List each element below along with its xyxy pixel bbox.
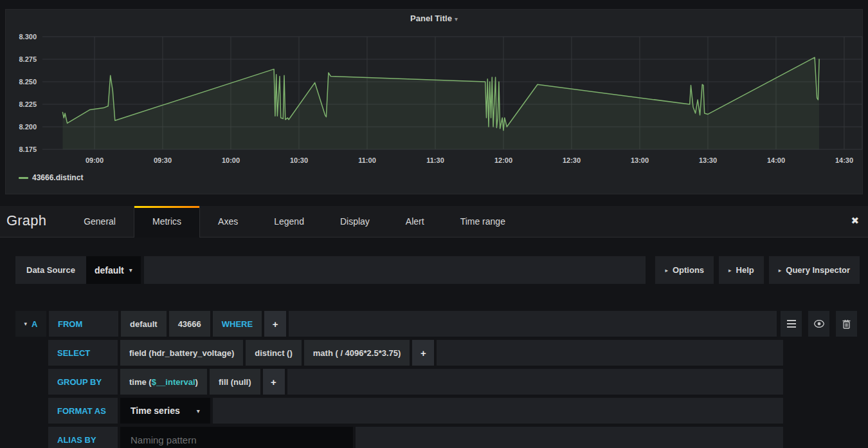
options-button[interactable]: ▸ Options [655,256,714,284]
caret-down-icon: ▾ [197,407,200,415]
svg-text:14:30: 14:30 [835,156,853,164]
caret-right-icon: ▸ [779,267,782,274]
tab-general[interactable]: General [66,206,134,237]
query-row-format-as: FORMAT AS Time series ▾ [48,398,783,424]
svg-text:11:30: 11:30 [426,156,444,164]
tab-display[interactable]: Display [322,206,388,237]
query-row-from: ▾ A FROM default 43666 WHERE + [15,311,860,337]
options-button-label: Options [673,265,704,275]
from-measurement-segment[interactable]: 43666 [169,311,210,337]
svg-text:12:00: 12:00 [494,156,512,164]
add-select-part-button[interactable]: + [412,340,434,366]
query-menu-button[interactable] [781,311,802,337]
group-by-row-filler [287,369,784,395]
select-distinct-segment[interactable]: distinct () [246,340,302,366]
from-label: FROM [49,311,118,337]
select-math-segment[interactable]: math ( / 4096*2.5*3.75) [304,340,410,366]
panel-title[interactable]: Panel Title▾ [6,14,862,23]
query-inspector-button-label: Query Inspector [786,265,850,275]
datasource-value: default [95,265,124,275]
caret-right-icon: ▸ [665,267,668,274]
svg-text:8.175: 8.175 [19,145,37,153]
tab-time-range[interactable]: Time range [442,206,523,237]
menu-icon [787,320,796,328]
tab-metrics[interactable]: Metrics [134,206,200,238]
query-ref-toggle[interactable]: ▾ A [15,311,46,337]
query-row-alias-by: ALIAS BY [48,427,783,448]
query-inspector-button[interactable]: ▸ Query Inspector [769,256,860,284]
datasource-row: Data Source default ▾ ▸ Options ▸ Help ▸… [15,256,860,284]
group-by-fill-segment[interactable]: fill (null) [210,369,260,395]
caret-down-icon: ▾ [455,15,458,23]
query-row-group-by: GROUP BY time ($__interval) fill (null) … [48,369,783,395]
select-row-filler [437,340,783,366]
svg-text:10:00: 10:00 [222,156,240,164]
svg-text:8.250: 8.250 [19,78,37,86]
from-policy-segment[interactable]: default [121,311,167,337]
query-row-select: SELECT field (hdr_battery_voltage) disti… [48,340,783,366]
svg-text:09:30: 09:30 [154,156,172,164]
add-group-by-part-button[interactable]: + [263,369,285,395]
legend-item[interactable]: 43666.distinct [19,173,83,182]
query-visibility-button[interactable] [808,311,829,337]
svg-text:11:00: 11:00 [358,156,376,164]
add-condition-button[interactable]: + [264,311,286,337]
editor-tabbar: Graph General Metrics Axes Legend Displa… [0,206,868,238]
alias-by-row-filler [356,427,783,448]
caret-right-icon: ▸ [728,267,732,274]
svg-text:8.300: 8.300 [19,33,37,41]
eye-icon [814,320,824,328]
query-ref-letter: A [32,319,37,329]
svg-text:12:30: 12:30 [563,156,581,164]
alias-by-label: ALIAS BY [48,427,118,448]
caret-down-icon: ▾ [129,266,132,274]
svg-text:8.225: 8.225 [19,100,37,108]
svg-text:14:00: 14:00 [767,156,785,164]
format-as-label: FORMAT AS [48,398,118,424]
legend-series-label: 43666.distinct [32,173,83,182]
trash-icon [842,319,851,329]
alias-by-input[interactable] [120,427,353,448]
svg-text:8.275: 8.275 [19,55,37,63]
svg-text:10:30: 10:30 [290,156,308,164]
datasource-row-filler [144,256,646,284]
help-button[interactable]: ▸ Help [719,256,764,284]
from-row-filler [289,311,777,337]
interval-variable: $__interval [152,377,195,387]
caret-down-icon: ▾ [24,321,28,327]
group-by-time-post: ) [195,377,198,387]
datasource-label: Data Source [15,256,86,284]
graph-panel: Panel Title▾ 8.3008.2758.2508.2258.2008.… [5,9,863,194]
group-by-time-segment[interactable]: time ($__interval) [120,369,207,395]
format-as-select[interactable]: Time series ▾ [120,398,210,424]
query-editor: ▾ A FROM default 43666 WHERE + [15,311,860,448]
tab-alert[interactable]: Alert [388,206,442,237]
format-as-value: Time series [131,406,180,416]
datasource-select[interactable]: default ▾ [86,256,141,284]
panel-title-text: Panel Title [410,14,452,23]
close-icon[interactable]: ✖ [851,215,859,227]
editor-heading: Graph [0,206,66,237]
svg-text:09:00: 09:00 [86,156,104,164]
timeseries-chart[interactable]: 8.3008.2758.2508.2258.2008.17509:0009:30… [6,10,863,194]
group-by-time-pre: time ( [129,377,152,387]
svg-text:13:30: 13:30 [699,156,717,164]
format-as-row-filler [213,398,783,424]
tab-axes[interactable]: Axes [200,206,256,237]
select-field-segment[interactable]: field (hdr_battery_voltage) [120,340,243,366]
where-segment[interactable]: WHERE [213,311,262,337]
tab-legend[interactable]: Legend [256,206,322,237]
group-by-label: GROUP BY [48,369,118,395]
select-label: SELECT [48,340,118,366]
help-button-label: Help [736,265,754,275]
svg-text:8.200: 8.200 [19,123,37,131]
legend-color-dash-icon [19,177,28,179]
query-delete-button[interactable] [836,311,857,337]
svg-text:13:00: 13:00 [631,156,649,164]
